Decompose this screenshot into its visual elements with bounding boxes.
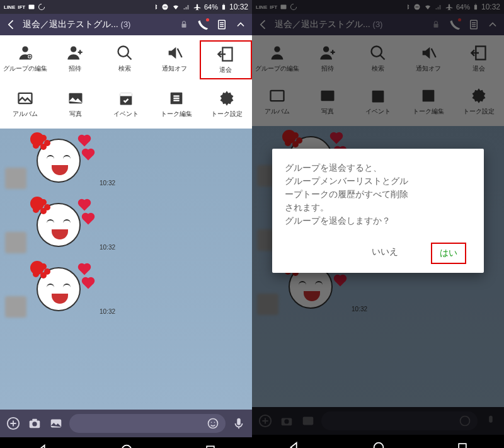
call-button[interactable] (195, 17, 210, 32)
add-button[interactable] (5, 415, 21, 432)
svg-rect-54 (321, 91, 335, 101)
menu-events[interactable]: イベント (353, 83, 403, 120)
menu-search[interactable]: 検索 (100, 40, 149, 79)
svg-point-33 (214, 422, 215, 423)
back-button[interactable] (256, 17, 271, 32)
menu-mute[interactable]: 通知オフ (150, 40, 200, 79)
svg-line-51 (432, 49, 436, 57)
timestamp: 10:32 (100, 244, 115, 251)
svg-point-47 (274, 47, 280, 52)
svg-point-61 (461, 416, 470, 426)
menu-label: 検索 (118, 64, 131, 73)
menu-photos[interactable]: 写真 (50, 86, 101, 122)
message-row: 10:32 (0, 129, 252, 193)
svg-rect-62 (489, 416, 493, 423)
svg-rect-4 (223, 4, 224, 4)
menu-invite[interactable]: 招待 (50, 40, 100, 79)
svg-point-59 (284, 419, 289, 423)
clock: 10:32 (481, 3, 500, 11)
collapse-menu-button[interactable] (485, 17, 500, 32)
menu-edit-talk[interactable]: トーク編集 (403, 83, 454, 120)
nav-recent[interactable] (204, 444, 217, 448)
menu-edit-talk[interactable]: トーク編集 (151, 86, 202, 122)
rotation-lock-icon (290, 3, 297, 11)
svg-rect-39 (415, 7, 418, 8)
nav-back[interactable] (287, 440, 301, 448)
svg-point-10 (22, 47, 28, 52)
menu-album[interactable]: アルバム (0, 86, 50, 122)
camera-button[interactable] (278, 413, 295, 429)
input-bar (0, 410, 252, 437)
svg-rect-55 (372, 91, 384, 103)
android-navbar (252, 435, 504, 448)
phone-right: LINE IFT 64% 10:32 退会／退出テストグル... (3) (252, 0, 504, 448)
dialog-yes-button[interactable]: はい (431, 243, 466, 264)
sticker[interactable] (30, 197, 93, 253)
menu-label: グループの編集 (3, 64, 47, 73)
avatar[interactable] (5, 168, 26, 189)
bluetooth-icon (404, 3, 411, 11)
menu-edit-group[interactable]: グループの編集 (0, 40, 50, 79)
emoji-button[interactable] (207, 417, 219, 430)
svg-point-13 (118, 47, 129, 57)
svg-line-15 (178, 49, 182, 57)
wifi-icon (423, 3, 432, 11)
mic-button[interactable] (483, 413, 499, 429)
svg-point-31 (209, 419, 218, 428)
battery-icon (472, 3, 479, 11)
emoji-button[interactable] (459, 415, 471, 427)
svg-rect-29 (32, 419, 37, 422)
menu-label: アルバム (13, 110, 38, 118)
nav-back[interactable] (35, 443, 49, 448)
menu-album[interactable]: アルバム (252, 83, 302, 120)
svg-rect-41 (475, 4, 476, 4)
android-navbar (0, 437, 252, 448)
svg-rect-60 (303, 417, 314, 425)
menu-edit-group[interactable]: グループの編集 (252, 40, 302, 77)
menu-events[interactable]: イベント (101, 86, 151, 122)
menu-label: イベント (113, 110, 139, 118)
svg-point-12 (71, 47, 76, 52)
call-button[interactable] (447, 17, 462, 32)
svg-rect-56 (423, 90, 435, 102)
menu-search[interactable]: 検索 (353, 40, 403, 77)
battery-icon (220, 3, 227, 11)
nav-home[interactable] (120, 443, 134, 448)
nav-recent[interactable] (456, 441, 469, 448)
avatar[interactable] (5, 296, 26, 318)
collapse-menu-button[interactable] (233, 17, 248, 32)
nav-home[interactable] (372, 440, 386, 448)
svg-point-28 (32, 422, 37, 426)
message-input[interactable] (69, 414, 226, 433)
chat-area[interactable]: 10:32 10:32 10:32 (0, 129, 252, 437)
menu-invite[interactable]: 招待 (302, 40, 353, 77)
gallery-button[interactable] (48, 415, 64, 432)
dialog-no-button[interactable]: いいえ (364, 243, 406, 264)
menu-photos[interactable]: 写真 (302, 83, 353, 120)
camera-button[interactable] (26, 415, 43, 432)
notes-button[interactable] (466, 17, 481, 32)
notes-button[interactable] (214, 17, 229, 32)
svg-point-48 (323, 47, 329, 52)
avatar[interactable] (5, 232, 26, 253)
clock: 10:32 (229, 3, 248, 11)
line-indicator-icon: LINE (256, 4, 267, 10)
mic-button[interactable] (231, 415, 247, 432)
sticker[interactable] (30, 132, 93, 189)
sticker[interactable] (30, 261, 93, 318)
ift-indicator-icon: IFT (18, 4, 25, 10)
menu-settings[interactable]: トーク設定 (454, 83, 504, 120)
svg-rect-64 (459, 444, 466, 448)
back-button[interactable] (4, 17, 19, 32)
timestamp: 10:32 (100, 308, 115, 315)
menu-leave[interactable]: 退会 (454, 40, 504, 77)
gallery-button[interactable] (300, 413, 316, 429)
chat-title: 退会／退出テストグル... (3) (23, 19, 173, 30)
menu-leave[interactable]: 退会 (200, 40, 252, 79)
menu-settings[interactable]: トーク設定 (202, 86, 252, 122)
message-input[interactable] (321, 411, 478, 430)
status-bar: LINE IFT 64% 10:32 (252, 0, 504, 14)
add-button[interactable] (257, 413, 273, 429)
menu-mute[interactable]: 通知オフ (403, 40, 454, 77)
image-notif-icon (28, 3, 35, 11)
